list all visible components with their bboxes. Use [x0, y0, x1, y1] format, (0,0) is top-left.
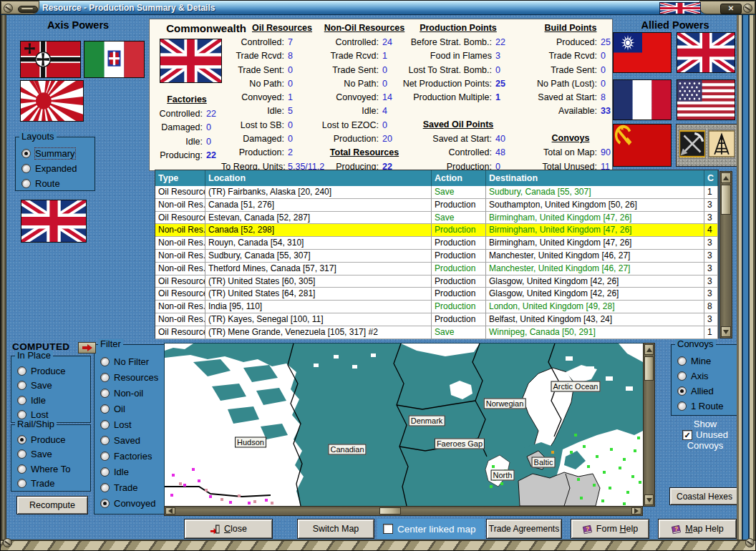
- radio-save[interactable]: Save: [11, 379, 90, 394]
- scroll-thumb[interactable]: [721, 185, 731, 215]
- radio-button-icon[interactable]: [100, 499, 110, 508]
- coastal-hexes-button[interactable]: Coastal Hexes: [669, 487, 740, 505]
- uk-flag[interactable]: [21, 200, 87, 243]
- usa-flag[interactable]: [677, 79, 735, 120]
- oil-derrick-icon[interactable]: [708, 129, 735, 159]
- trade-agreements-button[interactable]: Trade Agreements: [486, 519, 562, 539]
- radio-route[interactable]: Route: [16, 176, 94, 191]
- radio-button-icon[interactable]: [17, 449, 26, 459]
- france-flag[interactable]: [613, 79, 672, 120]
- strategic-map[interactable]: HudsonCanadianDenmarkFaeroes GapNorwegia…: [164, 343, 644, 507]
- radio-lost[interactable]: Lost: [94, 416, 166, 432]
- radio-oil[interactable]: Oil: [94, 401, 166, 416]
- form-help-button[interactable]: Form Help: [571, 519, 649, 539]
- close-button[interactable]: Close: [184, 519, 273, 539]
- radio-allied[interactable]: Allied: [672, 384, 739, 399]
- column-header[interactable]: Location: [205, 170, 432, 186]
- radio-button-icon[interactable]: [100, 404, 110, 414]
- radio-saved[interactable]: Saved: [94, 432, 166, 448]
- scroll-up-button[interactable]: [721, 172, 731, 183]
- radio-where-to[interactable]: Where To: [11, 462, 90, 477]
- uk-flag[interactable]: [677, 32, 735, 73]
- germany-war-flag[interactable]: [20, 41, 81, 78]
- table-row[interactable]: Non-oil Res.Sudbury, Canada [55, 307]Pro…: [155, 250, 718, 263]
- table-row[interactable]: Oil Resource(TR) Mene Grande, Venezuela …: [155, 326, 718, 339]
- table-row[interactable]: Non-oil Res.Canada [51, 276]ProductionSo…: [155, 199, 718, 212]
- table-row[interactable]: Non-oil Res.India [95, 110]ProductionLon…: [155, 301, 718, 313]
- radio-mine[interactable]: Mine: [672, 353, 739, 369]
- close-window-button[interactable]: ✕: [720, 4, 742, 14]
- radio-button-icon[interactable]: [17, 479, 26, 488]
- radio-non-oil[interactable]: Non-oil: [94, 385, 166, 401]
- switch-map-button[interactable]: Switch Map: [297, 519, 374, 539]
- radio-button-icon[interactable]: [677, 401, 687, 411]
- scroll-thumb[interactable]: [644, 356, 654, 381]
- table-row[interactable]: Non-oil Res.Thetford Mines, Canada [57, …: [155, 263, 718, 276]
- radio-button-icon[interactable]: [677, 356, 687, 366]
- radio-button-icon[interactable]: [17, 435, 26, 444]
- table-row[interactable]: Oil Resource(TR) Fairbanks, Alaska [20, …: [155, 186, 718, 199]
- radio-button-icon[interactable]: [100, 467, 110, 477]
- radio-save[interactable]: Save: [11, 447, 90, 462]
- column-header[interactable]: Destination: [486, 170, 704, 186]
- show-unused-convoys[interactable]: Show ✓ Unused Convoys: [671, 419, 740, 451]
- ussr-flag[interactable]: [613, 124, 672, 167]
- column-header[interactable]: Type: [155, 170, 205, 186]
- japan-naval-flag[interactable]: [20, 80, 84, 122]
- column-header[interactable]: Action: [432, 170, 486, 186]
- radio-produce[interactable]: Produce: [11, 432, 90, 447]
- radio-produce[interactable]: Produce: [11, 364, 90, 379]
- radio-convoyed[interactable]: Convoyed: [94, 495, 166, 511]
- radio-button-icon[interactable]: [17, 396, 26, 405]
- radio-trade[interactable]: Trade: [11, 477, 90, 492]
- radio-button-icon[interactable]: [21, 164, 31, 173]
- scroll-up-button[interactable]: [644, 344, 654, 355]
- column-header[interactable]: C: [704, 170, 718, 186]
- radio-resources[interactable]: Resources: [94, 369, 166, 385]
- scroll-thumb[interactable]: [379, 507, 401, 515]
- radio-summary[interactable]: Summary: [16, 146, 94, 161]
- radio-idle[interactable]: Idle: [11, 393, 90, 408]
- radio-axis[interactable]: Axis: [672, 369, 739, 384]
- radio-button-icon[interactable]: [677, 371, 687, 381]
- show-unused-checkbox[interactable]: ✓: [682, 430, 692, 440]
- scroll-left-button[interactable]: [165, 507, 175, 515]
- recompute-button[interactable]: Recompute: [16, 496, 88, 515]
- radio-button-icon[interactable]: [100, 452, 110, 461]
- table-row[interactable]: Oil ResourceEstevan, Canada [52, 287]Sav…: [155, 212, 718, 225]
- table-scrollbar[interactable]: [719, 171, 732, 338]
- radio-button-icon[interactable]: [100, 373, 110, 382]
- title-bar[interactable]: Resource - Production Summary & Details: [1, 1, 756, 15]
- center-linked-map-option[interactable]: Center linked map: [377, 519, 485, 539]
- radio-1-route[interactable]: 1 Route: [672, 399, 739, 414]
- table-row[interactable]: Non-oil Res.Rouyn, Canada [54, 310]Produ…: [155, 237, 718, 250]
- table-row[interactable]: Non-oil Res.Canada [52, 298]ProductionBi…: [155, 224, 718, 237]
- radio-factories[interactable]: Factories: [94, 448, 166, 464]
- radio-button-icon[interactable]: [17, 464, 26, 474]
- mining-icon[interactable]: [679, 129, 706, 159]
- radio-button-icon[interactable]: [677, 386, 687, 396]
- map-vertical-scrollbar[interactable]: [643, 343, 655, 507]
- computed-arrow-button[interactable]: [78, 342, 96, 353]
- radio-trade[interactable]: Trade: [94, 479, 166, 495]
- radio-button-icon[interactable]: [100, 483, 110, 492]
- map-horizontal-scrollbar[interactable]: [164, 506, 643, 516]
- scroll-right-button[interactable]: [631, 507, 641, 515]
- radio-button-icon[interactable]: [100, 357, 110, 366]
- scroll-down-button[interactable]: [721, 326, 731, 337]
- radio-button-icon[interactable]: [17, 381, 26, 390]
- window-menu-button[interactable]: [18, 6, 38, 13]
- radio-expanded[interactable]: Expanded: [16, 161, 94, 176]
- table-row[interactable]: Non-oil Res.(TR) Kayes, Senegal [100, 11…: [155, 313, 718, 326]
- radio-button-icon[interactable]: [100, 389, 110, 398]
- table-row[interactable]: Oil Resource(TR) United States [60, 305]…: [155, 276, 718, 288]
- radio-idle[interactable]: Idle: [94, 464, 166, 479]
- china-flag[interactable]: [613, 32, 672, 73]
- radio-button-icon[interactable]: [17, 366, 26, 376]
- table-row[interactable]: Oil Resource(TR) United States [64, 281]…: [155, 288, 718, 301]
- radio-button-icon[interactable]: [21, 149, 31, 158]
- radio-no-filter[interactable]: No Filter: [94, 353, 166, 369]
- map-help-button[interactable]: Map Help: [658, 519, 737, 539]
- radio-button-icon[interactable]: [100, 420, 110, 429]
- radio-button-icon[interactable]: [21, 179, 31, 188]
